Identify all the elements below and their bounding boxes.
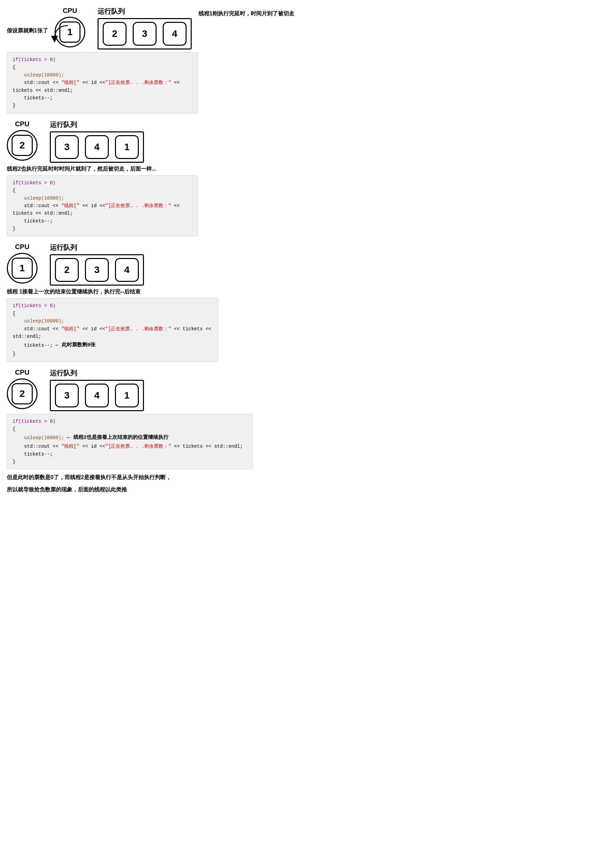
queue-label-2: 运行队列 — [50, 120, 144, 129]
cpu-label-3: CPU — [15, 243, 29, 251]
cpu-label-1: CPU — [63, 7, 77, 15]
bottom-note-2: 所以就导致抢负数票的现象，后面的线程以此类推 — [7, 485, 318, 494]
bottom-note-1: 但是此时的票数是0了，而线程2是接着执行不是从头开始执行判断， — [7, 473, 318, 482]
queue-area-4: 运行队列 3 4 1 — [50, 369, 144, 411]
left-note-1: 假设票就剩1张了 — [7, 7, 51, 34]
queue-item-1-0: 2 — [103, 22, 126, 46]
queue-box-2: 3 4 1 — [50, 131, 144, 163]
queue-item-3-2: 4 — [115, 258, 139, 282]
code-block-1: if(tickets > 0) { usleep(10000); std::co… — [7, 52, 198, 113]
queue-box-1: 2 3 4 — [98, 18, 192, 49]
code-block-2: if(tickets > 0) { usleep(10000); std::co… — [7, 176, 198, 237]
queue-item-4-2: 1 — [115, 384, 139, 407]
description-2: 线程2也执行完延时时时间片就到了，然后被切走，后面一样... — [7, 165, 318, 173]
cpu-area-3: CPU 1 — [7, 243, 37, 284]
queue-box-4: 3 4 1 — [50, 380, 144, 411]
cpu-outer-2: 2 — [7, 130, 37, 161]
cpu-outer-4: 2 — [7, 378, 37, 409]
cpu-inner-3: 1 — [12, 258, 33, 279]
queue-item-4-0: 3 — [55, 384, 79, 407]
section-1: 假设票就剩1张了 CPU 1 运行队列 — [7, 7, 318, 113]
queue-item-1-2: 4 — [163, 22, 187, 46]
cpu-label-2: CPU — [15, 120, 29, 128]
section-3: CPU 1 运行队列 2 3 4 线程 1接着上一次的结束位置继续执行，执行完-… — [7, 243, 318, 361]
cpu-outer-3: 1 — [7, 253, 37, 284]
queue-label-4: 运行队列 — [50, 369, 144, 378]
queue-item-2-2: 1 — [115, 135, 139, 159]
cpu-inner-1: 1 — [60, 21, 80, 43]
queue-area-1: 运行队列 2 3 4 — [98, 7, 192, 49]
cpu-inner-2: 2 — [12, 135, 33, 156]
arrow-note-3: 此时票数剩0张 — [62, 341, 95, 349]
queue-label-3: 运行队列 — [50, 243, 144, 252]
queue-item-2-0: 3 — [55, 135, 79, 159]
cpu-inner-4: 2 — [12, 383, 33, 404]
queue-item-1-1: 3 — [133, 22, 156, 46]
queue-item-3-1: 3 — [85, 258, 109, 282]
queue-label-1: 运行队列 — [98, 7, 192, 16]
diagram-1: CPU 1 运行队列 2 3 4 — [55, 7, 192, 49]
section-4: CPU 2 运行队列 3 4 1 if(tickets > 0) { uslee… — [7, 369, 318, 494]
description-3: 线程 1接着上一次的结束位置继续执行，执行完--后结束 — [7, 288, 318, 295]
cpu-outer-1: 1 — [55, 17, 85, 48]
cpu-label-4: CPU — [15, 369, 29, 376]
queue-area-2: 运行队列 3 4 1 — [50, 120, 144, 163]
arrow-indicator-4: ← — [67, 433, 71, 442]
cpu-area-4: CPU 2 — [7, 369, 37, 409]
description-1: 线程1刚执行完延时，时间片到了被切走 — [195, 7, 295, 17]
queue-item-2-1: 4 — [85, 135, 109, 159]
code-block-3: if(tickets > 0) { usleep(10000); std::co… — [7, 298, 218, 361]
cpu-area-2: CPU 2 — [7, 120, 37, 161]
section-2: CPU 2 运行队列 3 4 1 线程2也执行完延时时时间片就到了，然后被切走，… — [7, 120, 318, 237]
code-block-4: if(tickets > 0) { usleep(10000); ← 线程2也是… — [7, 414, 252, 469]
queue-area-3: 运行队列 2 3 4 — [50, 243, 144, 286]
queue-box-3: 2 3 4 — [50, 254, 144, 286]
queue-item-4-1: 4 — [85, 384, 109, 407]
arrow-indicator-3: ← — [56, 340, 60, 350]
queue-item-3-0: 2 — [55, 258, 79, 282]
cpu-area-1: CPU 1 — [55, 7, 85, 48]
arrow-note-4: 线程2也是接着上次结束的的位置继续执行 — [73, 434, 168, 442]
